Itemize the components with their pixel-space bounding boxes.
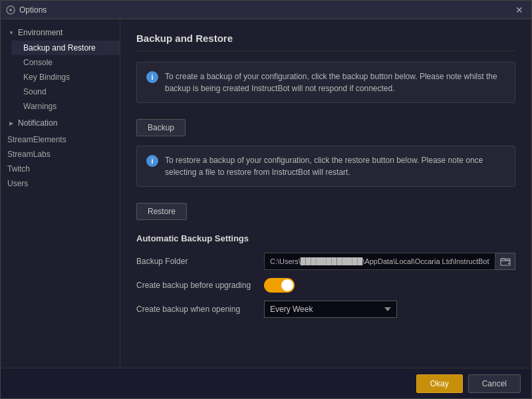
create-backup-opening-row: Create backup when opening Never Every D…	[136, 301, 515, 318]
streamlabs-label: StreamLabs	[7, 150, 51, 159]
backup-and-restore-label: Backup and Restore	[23, 43, 96, 53]
options-icon	[6, 5, 15, 15]
auto-backup-section-title: Automatic Backup Settings	[136, 233, 515, 243]
sidebar-section-environment: ▼ Environment Backup and Restore Console…	[1, 25, 120, 114]
window-title: Options	[19, 5, 47, 15]
sidebar: ▼ Environment Backup and Restore Console…	[1, 19, 120, 368]
sound-label: Sound	[23, 87, 47, 96]
backup-info-box: i To create a backup of your configurati…	[136, 62, 515, 103]
backup-button[interactable]: Backup	[136, 119, 186, 136]
sidebar-item-users[interactable]: Users	[1, 176, 120, 191]
create-backup-opening-label: Create backup when opening	[136, 305, 256, 314]
backup-folder-row: Backup Folder	[136, 253, 515, 270]
sidebar-section-notification: ▶ Notification	[1, 115, 120, 131]
cancel-button[interactable]: Cancel	[468, 374, 521, 393]
close-button[interactable]: ✕	[513, 3, 526, 17]
key-bindings-label: Key Bindings	[23, 72, 70, 82]
folder-input-wrapper	[264, 253, 515, 270]
content-panel: Backup and Restore i To create a backup …	[120, 19, 531, 368]
streamelements-label: StreamElements	[7, 135, 66, 144]
backup-folder-input[interactable]	[264, 253, 495, 270]
notification-arrow: ▶	[7, 119, 15, 127]
toggle-track[interactable]	[264, 278, 295, 293]
sidebar-item-console[interactable]: Console	[11, 55, 120, 70]
restore-button[interactable]: Restore	[136, 203, 187, 220]
browse-icon	[500, 256, 511, 267]
sidebar-item-warnings[interactable]: Warnings	[11, 99, 120, 114]
restore-info-box: i To restore a backup of your configurat…	[136, 146, 515, 187]
sidebar-item-backup-and-restore[interactable]: Backup and Restore	[11, 41, 120, 55]
sidebar-item-streamelements[interactable]: StreamElements	[1, 132, 120, 147]
backup-folder-label: Backup Folder	[136, 257, 256, 266]
folder-browse-button[interactable]	[495, 253, 515, 270]
options-window: Options ✕ ▼ Environment Backup and Resto…	[0, 0, 532, 399]
backup-info-text: To create a backup of your configuration…	[165, 70, 505, 94]
restore-info-text: To restore a backup of your configuratio…	[165, 154, 505, 178]
svg-point-1	[9, 9, 12, 11]
sidebar-item-twitch[interactable]: Twitch	[1, 162, 120, 176]
sidebar-environment-children: Backup and Restore Console Key Bindings …	[1, 41, 120, 114]
create-backup-when-opening-select[interactable]: Never Every Day Every Week Every Month	[264, 301, 397, 318]
footer: Okay Cancel	[1, 368, 531, 398]
sidebar-item-key-bindings[interactable]: Key Bindings	[11, 70, 120, 84]
users-label: Users	[7, 179, 28, 188]
sidebar-item-sound[interactable]: Sound	[11, 84, 120, 99]
backup-before-upgrading-toggle[interactable]	[264, 278, 295, 293]
notification-label: Notification	[18, 118, 57, 128]
okay-button[interactable]: Okay	[416, 374, 463, 393]
twitch-label: Twitch	[7, 164, 30, 174]
sidebar-item-streamlabs[interactable]: StreamLabs	[1, 147, 120, 162]
title-bar: Options ✕	[1, 1, 531, 19]
sidebar-item-environment[interactable]: ▼ Environment	[1, 25, 120, 41]
sidebar-item-notification[interactable]: ▶ Notification	[1, 115, 120, 131]
title-bar-left: Options	[6, 5, 47, 15]
warnings-label: Warnings	[23, 102, 57, 111]
panel-title: Backup and Restore	[136, 33, 515, 51]
environment-arrow: ▼	[7, 29, 15, 37]
sidebar-environment-label: Environment	[18, 28, 63, 37]
main-content: ▼ Environment Backup and Restore Console…	[1, 19, 531, 368]
backup-info-icon: i	[146, 71, 158, 83]
create-backup-upgrading-label: Create backup before upgrading	[136, 281, 256, 290]
create-backup-upgrading-row: Create backup before upgrading	[136, 278, 515, 293]
restore-info-icon: i	[146, 155, 158, 167]
console-label: Console	[23, 58, 53, 67]
toggle-thumb	[281, 279, 293, 291]
